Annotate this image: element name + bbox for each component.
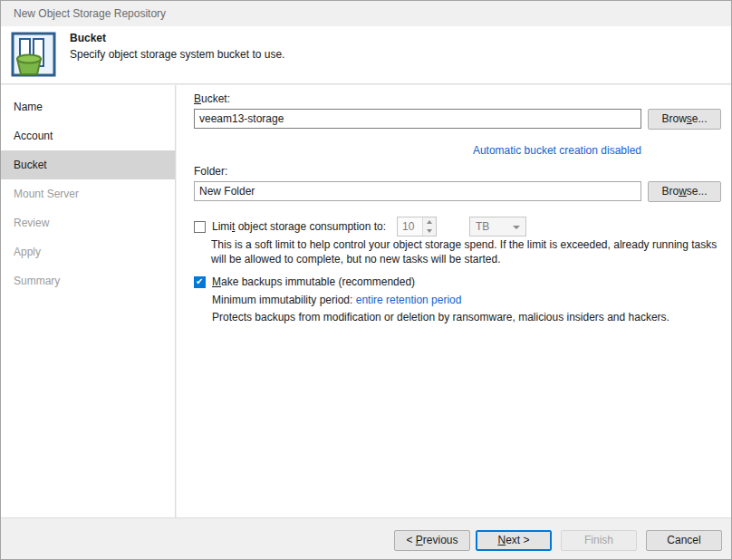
limit-label-post: object storage consumption to: bbox=[235, 220, 386, 233]
wizard-header: Bucket Specify object storage system buc… bbox=[1, 26, 731, 84]
limit-help-text: This is a soft limit to help control you… bbox=[211, 237, 724, 266]
step-review: Review bbox=[1, 208, 175, 237]
step-label: Mount Server bbox=[14, 188, 79, 200]
step-label: Bucket bbox=[14, 159, 47, 171]
finish-button: Finish bbox=[561, 530, 637, 551]
previous-label-post: revious bbox=[423, 534, 458, 546]
limit-unit-select: TB bbox=[469, 217, 526, 237]
bucket-input[interactable] bbox=[194, 109, 641, 129]
page-title: Bucket bbox=[70, 32, 106, 44]
immutability-period-line: Minimum immutability period: entire rete… bbox=[212, 294, 461, 306]
step-label: Apply bbox=[14, 246, 41, 258]
limit-amount-value: 10 bbox=[402, 220, 414, 233]
folder-input[interactable] bbox=[194, 181, 641, 201]
step-label: Summary bbox=[14, 275, 60, 287]
limit-unit-value: TB bbox=[476, 220, 489, 233]
window-title: New Object Storage Repository bbox=[14, 7, 166, 20]
object-storage-bucket-icon bbox=[10, 31, 57, 78]
make-backups-immutable-label[interactable]: Make backups immutable (recommended) bbox=[212, 275, 415, 288]
auto-bucket-creation-link[interactable]: Automatic bucket creation disabled bbox=[473, 144, 641, 157]
step-name: Name bbox=[1, 92, 175, 121]
browse-label-accel: w bbox=[679, 185, 687, 198]
browse-label-post: se... bbox=[687, 185, 708, 198]
bucket-page-content: Bucket: Browse... Automatic bucket creat… bbox=[177, 85, 732, 517]
bucket-label-rest: ucket: bbox=[201, 92, 230, 105]
page-subtitle: Specify object storage system bucket to … bbox=[70, 48, 284, 61]
step-label: Account bbox=[14, 130, 53, 142]
limit-consumption-checkbox[interactable] bbox=[194, 221, 206, 233]
immutable-label-rest: ake backups immutable (recommended) bbox=[221, 275, 415, 288]
step-label: Name bbox=[14, 101, 43, 113]
bucket-label: Bucket: bbox=[194, 92, 230, 105]
next-button[interactable]: Next > bbox=[476, 530, 552, 551]
browse-bucket-button[interactable]: Browse... bbox=[648, 109, 721, 130]
limit-consumption-label[interactable]: Limit object storage consumption to: bbox=[212, 220, 386, 233]
new-object-storage-repository-dialog: New Object Storage Repository Bucket Spe… bbox=[0, 0, 732, 560]
step-apply: Apply bbox=[1, 237, 175, 266]
wizard-footer: < Previous Next > Finish Cancel bbox=[1, 517, 731, 560]
step-bucket: Bucket bbox=[1, 150, 175, 179]
immutable-label-accel: M bbox=[212, 275, 221, 288]
next-label-accel: N bbox=[497, 534, 506, 546]
spinner-up-icon bbox=[427, 220, 432, 224]
immutability-period-label: Minimum immutability period: bbox=[212, 294, 356, 306]
immutability-note: Protects backups from modification or de… bbox=[212, 311, 669, 323]
browse-folder-button[interactable]: Browse... bbox=[648, 181, 721, 202]
next-label-post: ext > bbox=[506, 534, 529, 546]
previous-label-accel: P bbox=[416, 534, 423, 546]
browse-label-pre: Brow bbox=[661, 112, 686, 125]
wizard-steps: Name Account Bucket Mount Server Review … bbox=[1, 92, 175, 295]
browse-label-post: e... bbox=[692, 112, 708, 125]
immutability-period-link[interactable]: entire retention period bbox=[356, 294, 462, 306]
window-titlebar[interactable]: New Object Storage Repository bbox=[1, 1, 731, 26]
step-label: Review bbox=[14, 217, 49, 229]
cancel-button[interactable]: Cancel bbox=[646, 530, 722, 551]
spinner-buttons bbox=[422, 217, 436, 236]
bucket-label-accel: B bbox=[194, 92, 201, 105]
limit-amount-spinner: 10 bbox=[397, 217, 437, 237]
limit-label-pre: Limi bbox=[212, 220, 232, 233]
previous-button[interactable]: < Previous bbox=[394, 530, 470, 551]
step-summary: Summary bbox=[1, 266, 175, 295]
wizard-steps-sidebar: Name Account Bucket Mount Server Review … bbox=[1, 85, 176, 517]
chevron-down-icon bbox=[513, 226, 520, 229]
step-account: Account bbox=[1, 121, 175, 150]
spinner-down-icon bbox=[427, 229, 432, 233]
previous-label-pre: < bbox=[406, 534, 415, 546]
browse-label-pre: Bro bbox=[661, 185, 679, 198]
make-backups-immutable-checkbox[interactable] bbox=[194, 276, 206, 288]
folder-label: Folder: bbox=[194, 165, 227, 178]
step-mount-server: Mount Server bbox=[1, 179, 175, 208]
